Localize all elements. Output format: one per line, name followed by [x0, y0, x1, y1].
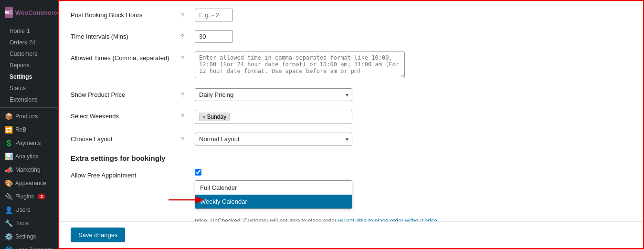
appearance-label: Appearance: [15, 180, 46, 187]
time-intervals-label: Time Intervals (Mins): [71, 30, 176, 40]
marketing-icon: 📣: [5, 166, 12, 174]
allowed-times-help[interactable]: ?: [180, 52, 190, 62]
sidebar: WC WooCommerce Home 1 Orders 24 Customer…: [0, 0, 58, 249]
select-weekends-label: Select Weekends: [71, 110, 176, 120]
product-price-select[interactable]: Daily Pricing Other: [195, 88, 352, 101]
plugins-label: Plugins: [15, 193, 34, 200]
allow-free-appt-control: Full Calender Weekly Calendar: [195, 169, 632, 221]
sidebar-item-customers[interactable]: Customers: [0, 48, 58, 60]
sunday-tag: × Sunday: [199, 113, 230, 121]
weekends-tag-box[interactable]: × Sunday: [195, 110, 352, 124]
payments-icon: 💲: [5, 139, 12, 147]
tools-icon: 🔧: [5, 219, 12, 227]
sidebar-item-marketing[interactable]: 📣 Marketing: [0, 163, 58, 176]
notice-blue: wil not able to place order without pric…: [338, 218, 437, 221]
post-booking-label: Post Booking Block Hours: [71, 9, 176, 19]
reports-label: Reports: [10, 62, 30, 69]
rnb-icon: 🔁: [5, 126, 12, 134]
settings2-label: Settings: [15, 233, 36, 240]
show-product-price-label: Show Product Price: [71, 88, 176, 98]
extensions-label: Extensions: [10, 96, 38, 103]
extra-settings-title: Extra settings for bookingly: [71, 154, 632, 162]
sidebar-item-plugins[interactable]: 🔌 Plugins 2: [0, 190, 58, 203]
loco-label: Loco Translate: [15, 247, 53, 249]
time-intervals-help[interactable]: ?: [180, 30, 190, 40]
plugins-icon: 🔌: [5, 193, 12, 200]
orders-label: Orders: [10, 39, 27, 46]
allowed-times-control: [195, 52, 405, 80]
choose-layout-help[interactable]: ?: [180, 133, 190, 143]
post-booking-input[interactable]: [195, 9, 233, 21]
time-intervals-input[interactable]: [195, 30, 233, 43]
full-calendar-option[interactable]: Full Calender: [195, 181, 352, 195]
sidebar-item-products[interactable]: 📦 Products: [0, 110, 58, 123]
customers-label: Customers: [10, 51, 37, 57]
allow-free-appt-help: [180, 169, 190, 172]
settings-label: Settings: [10, 73, 32, 80]
save-changes-button[interactable]: Save changes: [71, 228, 125, 242]
layout-type-dropdown-list: Full Calender Weekly Calendar: [195, 180, 352, 209]
sidebar-item-reports[interactable]: Reports: [0, 60, 58, 71]
main-content: Post Booking Block Hours ? Time Interval…: [59, 1, 643, 221]
tools-label: Tools: [15, 220, 29, 227]
sidebar-item-payments[interactable]: 💲 Payments: [0, 136, 58, 150]
analytics-icon: 📊: [5, 153, 12, 160]
sidebar-item-appearance[interactable]: 🎨 Appearance: [0, 176, 58, 190]
woocommerce-label: WooCommerce: [15, 9, 58, 16]
choose-layout-row: Choose Layout ? Normal Layout Other Layo…: [71, 133, 632, 145]
home-badge: 1: [27, 28, 30, 34]
analytics-label: Analytics: [15, 153, 38, 160]
products-label: Products: [15, 113, 38, 120]
time-intervals-control: [195, 30, 352, 43]
woocommerce-icon: WC: [5, 7, 13, 18]
payments-label: Payments: [15, 140, 41, 146]
settings2-icon: ⚙️: [5, 233, 12, 240]
product-price-select-wrapper: Daily Pricing Other: [195, 88, 352, 101]
show-product-price-control: Daily Pricing Other: [195, 88, 352, 101]
show-product-price-row: Show Product Price ? Daily Pricing Other: [71, 88, 632, 101]
layout-select[interactable]: Normal Layout Other Layout: [195, 133, 352, 145]
allowed-times-row: Allowed Times (Comma, separated) ?: [71, 52, 632, 80]
allow-free-appt-row: Allow Free Appointment Full Calender Wee…: [71, 169, 632, 221]
select-weekends-control: × Sunday: [195, 110, 352, 124]
marketing-label: Marketing: [15, 166, 41, 173]
sidebar-item-status[interactable]: Status: [0, 83, 58, 94]
sidebar-item-rnb[interactable]: 🔁 RnB: [0, 123, 58, 136]
allowed-times-textarea[interactable]: [195, 52, 405, 78]
rnb-label: RnB: [15, 126, 26, 133]
sidebar-item-settings2[interactable]: ⚙️ Settings: [0, 230, 58, 243]
main-wrapper: Post Booking Block Hours ? Time Interval…: [58, 0, 644, 249]
sidebar-item-settings[interactable]: Settings: [0, 71, 58, 83]
choose-layout-control: Normal Layout Other Layout: [195, 133, 352, 145]
sidebar-item-tools[interactable]: 🔧 Tools: [0, 217, 58, 230]
home-label: Home: [10, 28, 25, 34]
post-booking-help[interactable]: ?: [180, 9, 190, 19]
sidebar-header: WC WooCommerce: [0, 0, 58, 25]
sidebar-item-extensions[interactable]: Extensions: [0, 94, 58, 105]
free-appt-checkbox[interactable]: [195, 169, 201, 176]
post-booking-control: [195, 9, 352, 21]
notice-prefix: price. UnChecked: Customer will not able…: [195, 218, 338, 221]
sidebar-nav: Home 1 Orders 24 Customers Reports Setti…: [0, 25, 58, 249]
users-icon: 👤: [5, 206, 12, 214]
select-weekends-help[interactable]: ?: [180, 110, 190, 120]
free-appt-notice: price. UnChecked: Customer will not able…: [195, 218, 632, 221]
allowed-times-label: Allowed Times (Comma, separated): [71, 52, 176, 62]
select-weekends-row: Select Weekends ? × Sunday: [71, 110, 632, 124]
sidebar-item-analytics[interactable]: 📊 Analytics: [0, 150, 58, 163]
show-product-price-help[interactable]: ?: [180, 88, 190, 98]
sidebar-item-orders[interactable]: Orders 24: [0, 37, 58, 48]
sidebar-item-loco-translate[interactable]: 🌐 Loco Translate: [0, 243, 58, 249]
appearance-icon: 🎨: [5, 179, 12, 187]
layout-select-wrapper: Normal Layout Other Layout: [195, 133, 352, 145]
orders-badge: 24: [29, 39, 35, 46]
loco-icon: 🌐: [5, 246, 12, 249]
sidebar-item-users[interactable]: 👤 Users: [0, 203, 58, 217]
products-icon: 📦: [5, 113, 12, 120]
sidebar-item-home[interactable]: Home 1: [0, 25, 58, 37]
weekly-calendar-option[interactable]: Weekly Calendar: [195, 195, 352, 208]
tag-remove-icon[interactable]: ×: [202, 114, 205, 120]
woocommerce-logo[interactable]: WC WooCommerce: [0, 4, 58, 21]
sunday-tag-label: Sunday: [207, 114, 226, 120]
time-intervals-row: Time Intervals (Mins) ?: [71, 30, 632, 43]
